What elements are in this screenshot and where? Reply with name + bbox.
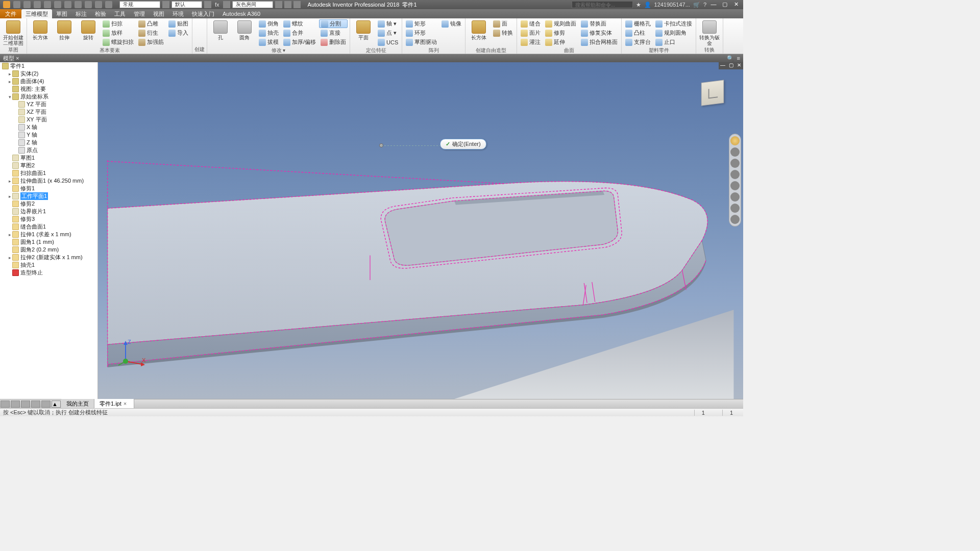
ribbon-tab[interactable]: 草图 bbox=[52, 9, 71, 18]
ribbon-small-button[interactable]: 环形 bbox=[404, 29, 438, 37]
tree-node[interactable]: 原点 bbox=[0, 146, 97, 154]
help-icon[interactable]: ? bbox=[703, 2, 706, 8]
ribbon-tab[interactable]: 工具 bbox=[110, 9, 130, 18]
ribbon-small-button[interactable]: 矩形 bbox=[404, 19, 438, 28]
visual-style-combo[interactable]: 灰色房间 bbox=[232, 1, 273, 8]
tree-node[interactable]: ▸工作平面1 bbox=[0, 192, 97, 200]
search-icon[interactable]: 🔍 bbox=[727, 55, 734, 62]
signin-icon[interactable]: 👤 bbox=[644, 2, 651, 8]
steering-wheel-icon[interactable] bbox=[730, 136, 740, 145]
file-tab[interactable]: 文件 bbox=[0, 9, 21, 18]
browser-close-icon[interactable]: × bbox=[16, 55, 19, 61]
viewcube[interactable] bbox=[700, 81, 730, 110]
qat-save-icon[interactable] bbox=[34, 1, 41, 8]
qat-icon[interactable] bbox=[85, 1, 92, 8]
icon[interactable] bbox=[284, 1, 291, 8]
tree-node[interactable]: 抽壳1 bbox=[0, 261, 97, 269]
ribbon-small-button[interactable]: 点 ▾ bbox=[376, 29, 400, 37]
confirm-bubble[interactable]: ✓ 确定(Enter) bbox=[440, 139, 486, 149]
ribbon-big-button[interactable]: 旋转 bbox=[77, 19, 100, 46]
ribbon-tab[interactable]: 标注 bbox=[71, 9, 91, 18]
tree-node[interactable]: 修剪2 bbox=[0, 200, 97, 208]
tree-node[interactable]: XY 平面 bbox=[0, 116, 97, 123]
ribbon-small-button[interactable]: 加强筋 bbox=[137, 38, 165, 46]
document-tab[interactable]: 零件1.ipt× bbox=[94, 399, 134, 409]
tree-root[interactable]: 零件1 bbox=[0, 62, 97, 70]
ribbon-small-button[interactable]: 螺纹 bbox=[282, 19, 317, 28]
tree-node[interactable]: ▸拉伸1 (求差 x 1 mm) bbox=[0, 231, 97, 238]
tree-node[interactable]: 扫掠曲面1 bbox=[0, 169, 97, 177]
tree-node[interactable]: 修剪3 bbox=[0, 215, 97, 223]
fx-icon[interactable] bbox=[223, 1, 230, 8]
ribbon-big-button[interactable]: 平面 bbox=[352, 19, 375, 46]
ribbon-small-button[interactable]: 拟合网格面 bbox=[579, 38, 619, 46]
restore-button[interactable]: ▢ bbox=[721, 1, 729, 8]
ribbon-small-button[interactable]: 修复实体 bbox=[579, 29, 619, 37]
qat-undo-icon[interactable] bbox=[44, 1, 51, 8]
docbar-icon[interactable] bbox=[21, 400, 30, 408]
nav-icon[interactable] bbox=[730, 215, 740, 224]
ribbon-small-button[interactable]: 倒角 bbox=[257, 19, 280, 28]
minimize-button[interactable]: — bbox=[709, 1, 718, 8]
ribbon-small-button[interactable]: 镜像 bbox=[440, 19, 463, 28]
ribbon-small-button[interactable]: 替换面 bbox=[579, 19, 619, 28]
docbar-icon[interactable] bbox=[11, 400, 20, 408]
lookat-icon[interactable] bbox=[730, 181, 740, 190]
tree-node[interactable]: XZ 平面 bbox=[0, 108, 97, 116]
model-browser-tree[interactable]: 零件1▸实体(2)▸曲面体(4)视图: 主要▾原始坐标系YZ 平面XZ 平面XY… bbox=[0, 62, 98, 399]
nav-icon[interactable] bbox=[730, 192, 740, 202]
close-button[interactable]: ✕ bbox=[732, 1, 740, 8]
tree-node[interactable]: 草图1 bbox=[0, 154, 97, 162]
tree-node[interactable]: 草图2 bbox=[0, 162, 97, 169]
ribbon-small-button[interactable]: 卡扣式连接 bbox=[654, 19, 694, 28]
tree-node[interactable]: YZ 平面 bbox=[0, 101, 97, 108]
ribbon-small-button[interactable]: 加厚/偏移 bbox=[282, 38, 317, 46]
tree-node[interactable]: Y 轴 bbox=[0, 131, 97, 139]
ribbon-small-button[interactable]: 延伸 bbox=[544, 38, 578, 46]
app-icon[interactable] bbox=[3, 1, 10, 8]
ribbon-small-button[interactable]: 转换 bbox=[492, 29, 514, 37]
ribbon-small-button[interactable]: 凸柱 bbox=[624, 29, 652, 37]
star-icon[interactable]: ★ bbox=[636, 2, 641, 8]
docbar-icon[interactable] bbox=[31, 400, 40, 408]
menu-icon[interactable]: ≡ bbox=[737, 55, 740, 62]
ribbon-small-button[interactable]: 拔模 bbox=[257, 38, 280, 46]
ribbon-small-button[interactable]: 缝合 bbox=[519, 19, 542, 28]
tree-node[interactable]: 视图: 主要 bbox=[0, 85, 97, 93]
ribbon-big-button[interactable]: 转换为钣金 bbox=[698, 19, 721, 46]
ribbon-small-button[interactable]: 规则圆角 bbox=[654, 29, 694, 37]
ribbon-small-button[interactable]: 止口 bbox=[654, 38, 694, 46]
help-search-input[interactable] bbox=[572, 1, 633, 8]
ribbon-tab[interactable]: 三维模型 bbox=[21, 9, 52, 18]
qat-icon[interactable] bbox=[95, 1, 102, 8]
ribbon-big-button[interactable]: 圆角 bbox=[233, 19, 256, 46]
tab-close-icon[interactable]: × bbox=[121, 400, 129, 407]
cart-icon[interactable]: 🛒 bbox=[693, 2, 700, 8]
ribbon-small-button[interactable]: 导入 bbox=[167, 29, 190, 37]
ribbon-small-button[interactable]: 修剪 bbox=[544, 29, 578, 37]
ribbon-small-button[interactable]: 贴图 bbox=[167, 19, 190, 28]
tree-node[interactable]: X 轴 bbox=[0, 123, 97, 131]
ribbon-big-button[interactable]: 长方体 bbox=[468, 19, 490, 46]
tree-node[interactable]: ▸曲面体(4) bbox=[0, 78, 97, 85]
viewport[interactable]: — ▢ ✕ bbox=[98, 62, 743, 399]
tree-node[interactable]: ▸实体(2) bbox=[0, 70, 97, 78]
ribbon-big-button[interactable]: 孔 bbox=[209, 19, 232, 46]
orbit-icon[interactable] bbox=[730, 170, 740, 179]
ribbon-small-button[interactable]: 灌注 bbox=[519, 38, 542, 46]
ribbon-small-button[interactable]: UCS bbox=[376, 38, 400, 46]
home-tab[interactable]: 我的主页 bbox=[61, 399, 94, 409]
tree-node[interactable]: 缝合曲面1 bbox=[0, 223, 97, 231]
ribbon-tab[interactable]: 环境 bbox=[168, 9, 188, 18]
ribbon-small-button[interactable]: 直接 bbox=[319, 29, 348, 37]
ribbon-tab[interactable]: 管理 bbox=[130, 9, 149, 18]
qat-icon[interactable] bbox=[105, 1, 112, 8]
ribbon-small-button[interactable]: 合并 bbox=[282, 29, 317, 37]
ribbon-tab[interactable]: 快速入门 bbox=[188, 9, 218, 18]
tree-node[interactable]: ▾原始坐标系 bbox=[0, 93, 97, 101]
material-combo[interactable]: 常规 bbox=[119, 1, 160, 8]
ribbon-small-button[interactable]: 面片 bbox=[519, 29, 542, 37]
combo-icon[interactable] bbox=[162, 1, 169, 8]
ribbon-small-button[interactable]: 螺旋扫掠 bbox=[101, 38, 135, 46]
ribbon-tab[interactable]: 视图 bbox=[149, 9, 168, 18]
